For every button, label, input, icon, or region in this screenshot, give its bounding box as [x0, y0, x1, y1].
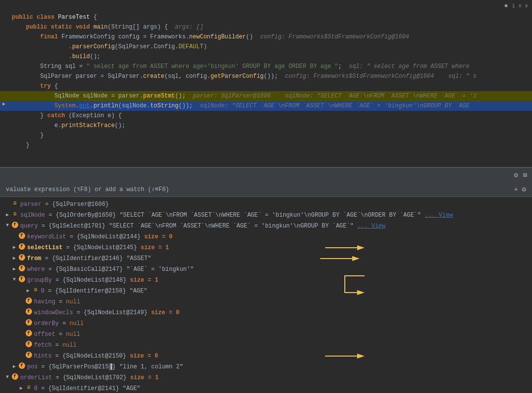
list-icon: ≡ — [32, 287, 39, 294]
f-orange-icon: f — [25, 330, 33, 336]
svg-marker-1 — [357, 245, 365, 250]
f-orange-icon: f — [25, 297, 33, 304]
debug-item-windowdecls[interactable]: f windowDecls = {SqlNodeList@2149} size … — [0, 307, 532, 318]
debug-item-selectlist[interactable]: ▶ f selectList = {SqlNodeList@2145} size… — [0, 242, 532, 253]
line-content: } — [8, 131, 532, 140]
line-content: final FrameworkConfig config = Framework… — [8, 32, 532, 42]
expand-icon[interactable]: ▶ — [18, 384, 25, 391]
no-arrow — [4, 200, 11, 201]
line-content: public class ParseTest { — [8, 12, 532, 22]
debug-item-groupby[interactable]: ▼ f groupBy = {SqlNodeList@2148} size = … — [0, 275, 532, 286]
debug-text-having: having = null — [34, 297, 528, 306]
f-orange-icon: f — [11, 373, 19, 380]
frame-marker: ▶ — [0, 101, 8, 107]
debug-item-having[interactable]: f having = null — [0, 296, 532, 307]
debug-item-parser[interactable]: ≡ parser = {SqlParser@1606} — [0, 199, 532, 210]
code-line: } — [0, 140, 532, 150]
code-line: try { — [0, 81, 532, 91]
debug-item-keywordlist[interactable]: f keywordList = {SqlNodeList@2144} size … — [0, 231, 532, 242]
add-watch-icon[interactable]: + — [514, 186, 518, 194]
no-arrow — [11, 232, 18, 233]
expand-icon[interactable]: ▶ — [11, 243, 18, 250]
debug-text-where: where = {SqlBasicCall@2147} "`AGE` = 'bi… — [27, 265, 528, 274]
no-arrow — [18, 341, 25, 342]
debug-text-windowdecls: windowDecls = {SqlNodeList@2149} size = … — [34, 308, 528, 317]
expand-icon[interactable]: ▶ — [11, 362, 18, 369]
editor-toolbar: ⚙ ⊞ — [0, 167, 532, 182]
settings-icon[interactable]: ⚙ — [522, 185, 526, 194]
f-orange-icon: f — [18, 254, 26, 261]
debug-text-query: query = {SqlSelect@1701} "SELECT `AGE`\n… — [20, 222, 528, 230]
debug-item-orderlist-0[interactable]: ▶ ≡ 0 = {SqlIdentifier@2141} "AGE" — [0, 383, 532, 393]
code-line-highlighted: SqlNode sqlNode = parser.parseStmt(); pa… — [0, 91, 532, 101]
f-orange-icon: f — [18, 362, 26, 369]
debug-text-fetch: fetch = null — [34, 341, 528, 350]
debug-text-selectlist: selectList = {SqlNodeList@2145} size = 1 — [27, 243, 528, 252]
collapse-icon[interactable]: ▼ — [11, 276, 18, 282]
debug-item-from[interactable]: ▶ f from = {SqlIdentifier@2146} "ASSET" — [0, 253, 532, 264]
code-line: .parserConfig(SqlParser.Config.DEFAULT) — [0, 42, 532, 52]
expand-icon[interactable]: ▶ — [11, 254, 18, 261]
debug-text-from: from = {SqlIdentifier@2146} "ASSET" — [27, 254, 528, 263]
debug-item-groupby-0[interactable]: ▶ ≡ 0 = {SqlIdentifier@2158} "AGE" — [0, 286, 532, 296]
layout-icon[interactable]: ⊞ — [523, 171, 527, 179]
f-orange-icon: f — [18, 243, 26, 250]
debug-header-icons: + ⚙ — [514, 185, 526, 194]
debug-item-sqlnode[interactable]: ▶ ≡ sqlNode = {SqlOrderBy@1650} "SELECT … — [0, 210, 532, 221]
arrow-annotation — [325, 243, 365, 252]
frame-counter: 1 ∧ ∨ — [512, 2, 528, 9]
f-orange-icon: f — [18, 276, 26, 282]
code-line: SqlParser parser = SqlParser.create(sql,… — [0, 71, 532, 81]
code-line: String sql = " select age from ASSET whe… — [0, 62, 532, 71]
bookmark-icon[interactable]: ✱ — [504, 2, 508, 9]
debug-text-parser: parser = {SqlParser@1606} — [20, 200, 528, 209]
expand-icon[interactable]: ▶ — [4, 211, 11, 218]
debug-header-label: valuate expression (⌥F8) or add a watch … — [6, 186, 169, 193]
debug-text-keywordlist: keywordList = {SqlNodeList@2144} size = … — [27, 232, 528, 241]
settings-icon[interactable]: ⚙ — [514, 171, 518, 179]
editor-top-bar: ✱ 1 ∧ ∨ — [0, 0, 532, 10]
debug-item-orderby[interactable]: f orderBy = null — [0, 318, 532, 329]
f-orange-icon: f — [25, 308, 33, 315]
no-arrow — [18, 352, 25, 353]
arrow-annotation — [325, 274, 365, 295]
debug-text-orderlist: orderList = {SqlNodeList@1702} size = 1 — [20, 373, 528, 382]
debug-item-where[interactable]: ▶ f where = {SqlBasicCall@2147} "`AGE` =… — [0, 264, 532, 275]
debug-item-pos[interactable]: ▶ f pos = {SqlParserPos@215▐} "line 1, c… — [0, 361, 532, 372]
debug-text-orderlist-0: 0 = {SqlIdentifier@2141} "AGE" — [34, 384, 528, 393]
expand-icon[interactable]: ▶ — [11, 265, 18, 272]
code-line: } — [0, 131, 532, 140]
code-line: } catch (Exception e) { — [0, 111, 532, 121]
f-orange-icon: f — [18, 265, 26, 271]
expand-icon[interactable]: ▶ — [25, 287, 32, 294]
f-orange-icon: f — [25, 319, 33, 326]
debug-item-query[interactable]: ▼ f query = {SqlSelect@1701} "SELECT `AG… — [0, 221, 532, 231]
svg-marker-6 — [357, 354, 365, 359]
svg-marker-4 — [357, 290, 365, 295]
debug-text-orderby: orderBy = null — [34, 319, 528, 328]
line-content: System.out.println(sqlNode.toString()); … — [8, 101, 532, 111]
no-arrow — [18, 319, 25, 320]
line-content: SqlParser parser = SqlParser.create(sql,… — [8, 71, 532, 81]
debug-content[interactable]: ≡ parser = {SqlParser@1606} ▶ ≡ sqlNode … — [0, 197, 532, 393]
debug-item-hints[interactable]: f hints = {SqlNodeList@2150} size = 0 — [0, 351, 532, 361]
code-line: final FrameworkConfig config = Framework… — [0, 32, 532, 42]
list-icon: ≡ — [11, 200, 19, 207]
line-content: String sql = " select age from ASSET whe… — [8, 62, 532, 71]
debug-text-sqlnode: sqlNode = {SqlOrderBy@1650} "SELECT `AGE… — [20, 211, 528, 220]
debug-header-left: valuate expression (⌥F8) or add a watch … — [6, 186, 169, 193]
debug-item-orderlist[interactable]: ▼ f orderList = {SqlNodeList@1702} size … — [0, 372, 532, 383]
line-content: .build(); — [8, 52, 532, 62]
code-line-selected: ▶ System.out.println(sqlNode.toString())… — [0, 101, 532, 111]
list-icon: ≡ — [11, 211, 19, 218]
code-line: public static void main(String[] args) {… — [0, 22, 532, 32]
debug-item-offset[interactable]: f offset = null — [0, 329, 532, 340]
code-area: public class ParseTest { public static v… — [0, 10, 532, 152]
line-content: } catch (Exception e) { — [8, 111, 532, 121]
collapse-icon[interactable]: ▼ — [4, 373, 11, 380]
collapse-icon[interactable]: ▼ — [4, 222, 11, 228]
line-content: public static void main(String[] args) {… — [8, 22, 532, 32]
line-content: e.printStackTrace(); — [8, 121, 532, 131]
svg-marker-3 — [352, 256, 360, 261]
debug-item-fetch[interactable]: f fetch = null — [0, 340, 532, 351]
